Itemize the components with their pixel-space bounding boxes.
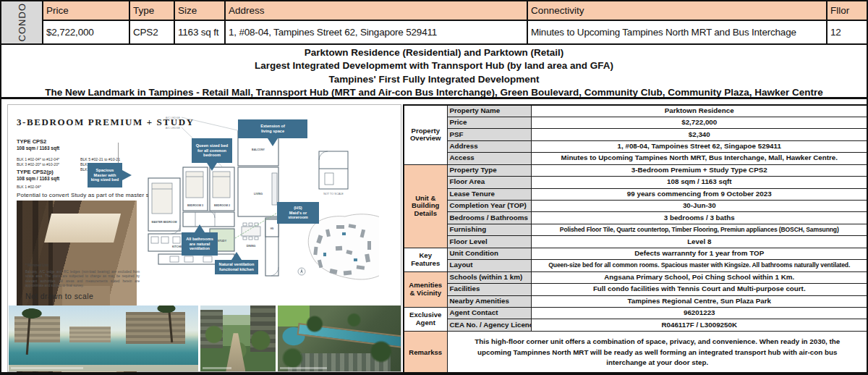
value-cell: Polished Floor Tile, Quartz countertop, … [531, 224, 868, 235]
address-header: Address [226, 1, 527, 21]
section-label-exclusive-agent: Exclusive Agent [404, 307, 447, 331]
field-cell: CEA No. / Agency Licence [447, 319, 531, 331]
size-value: 1163 sq ft [175, 21, 224, 43]
block-line: BLK 3 #02-20* to #10-20* [17, 162, 59, 167]
value-cell: 3 bedrooms / 3 baths [531, 212, 868, 224]
development-title-block: Parktown Residence (Residential) and Par… [1, 45, 867, 99]
title-line-3: Tampines' First Fully Integrated Develop… [1, 73, 867, 86]
section-label-unit-building: Unit & Building Details [404, 164, 447, 248]
section-label-amenities: Amenities & Vicinity [404, 271, 447, 307]
property-details-panel: Property Overview Property Name Parktown… [403, 104, 868, 375]
value-cell: Queen-size bed for all common rooms. Spa… [531, 260, 868, 271]
ledge-label: A/C LEDGE [166, 117, 181, 119]
photo-green-boulevard [200, 306, 276, 371]
value-cell: Tampines Regional Centre, Sun Plaza Park [531, 295, 868, 307]
detached-mini-plan [319, 151, 348, 189]
field-cell: Address [447, 140, 531, 152]
field-cell: Bedrooms / Bathrooms [447, 212, 531, 224]
field-cell: Lease Tenure [447, 188, 531, 200]
field-cell: Property Name [447, 105, 531, 117]
column-price: Price $2,722,000 [43, 1, 130, 43]
type-header: Type [130, 1, 174, 21]
photo-caption [203, 367, 231, 369]
unit-type-2-block: BLK 1 #02-04* [17, 185, 41, 190]
mirrored-note: * Mirrored Unit [25, 263, 48, 267]
field-cell: Unit Condition [447, 248, 531, 259]
column-size: Size 1163 sq ft [175, 1, 226, 43]
value-cell: R046117F / L3009250K [531, 319, 868, 331]
photo-caption [280, 367, 327, 369]
value-cell: Level 8 [531, 236, 868, 248]
field-cell: Access [447, 153, 531, 164]
building-shape [69, 326, 111, 342]
callout-spacious-master: Spacious Master with king sized bed [88, 163, 122, 188]
value-cell: $2,340 [531, 129, 868, 140]
field-cell: Floor Area [447, 177, 531, 188]
field-cell: Completion Year (TOP) [447, 201, 531, 212]
address-value: 1, #08-04, Tampines Street 62, Singapore… [226, 21, 527, 43]
value-cell: Full condo facilities with Tennis Court … [531, 284, 868, 295]
floorplan-flyer: 3-BEDROOM PREMIUM + STUDY TYPE CPS2 108 … [7, 104, 401, 372]
field-cell: Facilities [447, 284, 531, 295]
floor-header: Fllor [827, 1, 867, 21]
photo-caption [11, 367, 83, 369]
arrow-up-icon [231, 252, 242, 260]
block-list-col1: BLK 1 #02-04* to #12-04* BLK 3 #02-20* t… [17, 157, 59, 167]
disclaimer-text: Balcony, A/C ledge and RC ledges (non-lo… [25, 270, 140, 289]
room-label-master: MASTER BEDROOM [152, 221, 177, 224]
value-cell: 108 sqm / 1163 sqft [531, 177, 868, 188]
value-cell: 30-Jun-30 [531, 201, 868, 212]
room-label-hs: HS [271, 227, 273, 230]
column-type: Type CPS2 [130, 1, 175, 43]
condo-row-label: CONDO [1, 1, 43, 43]
palm-canopy-shape [152, 306, 181, 316]
connectivity-value: Minutes to Upcoming Tampines North MRT a… [528, 21, 826, 43]
size-header: Size [175, 1, 224, 21]
field-cell: Schools (within 1 km) [447, 271, 531, 283]
value-cell: 99 years commencing from 9 October 2023 [531, 188, 868, 200]
value-cell: Defects warrannty for 1 year from TOP [531, 248, 868, 259]
column-address: Address 1, #08-04, Tampines Street 62, S… [226, 1, 528, 43]
value-cell: Angsana Primary School, Poi Ching School… [531, 271, 868, 283]
site-plan-sketch [298, 214, 379, 279]
section-label-key-features: Key Features [404, 248, 447, 271]
room-label-dining: DINING [247, 245, 256, 248]
callout-bathroom-ventilation: All bathrooms are natural ventilation [182, 232, 218, 256]
arrow-down-icon [207, 163, 217, 171]
not-drawn-to-scale-note: Not drawn to scale [25, 292, 93, 300]
title-line-4: The New Landmark in Tampines - Retail Ma… [1, 86, 867, 99]
callout-queen-bed: Queen sized bed for all common bedroom [192, 138, 232, 163]
field-cell: Property Type [447, 164, 531, 176]
ledge-label: A/C LEDGE [166, 127, 181, 130]
field-cell: Nearby Amenities [447, 295, 531, 307]
ceiling-light-shape [44, 214, 121, 243]
arrow-down-icon [268, 138, 278, 146]
condo-label-text: CONDO [17, 3, 27, 41]
listing-bar: CONDO Price $2,722,000 Type CPS2 Size 11… [1, 1, 867, 45]
callout-kitchen-ventilation: Natural ventilation functional kitchen [215, 260, 258, 274]
value-cell: 96201223 [531, 307, 868, 319]
arrow-up-icon [195, 224, 205, 232]
value-cell: 3-Bedroom Premium + Study Type CPS2 [531, 164, 868, 176]
field-cell: Floor Level [447, 236, 531, 248]
room-label-living: LIVING [254, 193, 263, 195]
block-line: BLK 5 #02-21 to #10-21 [80, 157, 122, 162]
field-cell: Layout [447, 260, 531, 271]
section-label-property-overview: Property Overview [404, 105, 447, 164]
title-line-1: Parktown Residence (Residential) and Par… [1, 46, 867, 59]
unit-type-1-size: 108 sqm / 1163 sqft [17, 146, 59, 151]
field-cell: Furnishing [447, 224, 531, 235]
callout-maid-storeroom: (HS) Maid's or storeroom [277, 202, 319, 224]
price-header: Price [43, 1, 129, 21]
section-label-remarks: Remarkss [404, 331, 447, 374]
field-cell: PSF [447, 129, 531, 140]
unit-type-1: TYPE CPS2 [17, 138, 46, 145]
type-value: CPS2 [130, 21, 174, 43]
unit-type-2: TYPE CPS2(p) [17, 169, 54, 175]
render-photo-strip [9, 306, 401, 371]
title-line-2: Largest Integrated Developmemt with Tran… [1, 59, 867, 72]
column-connectivity: Connectivity Minutes to Upcoming Tampine… [528, 1, 827, 43]
room-label-study: STUDY [218, 240, 227, 243]
room-label-balcony: BALCONY [252, 148, 265, 151]
unit-type-2-size: 108 sqm / 1163 sqft [17, 176, 59, 181]
